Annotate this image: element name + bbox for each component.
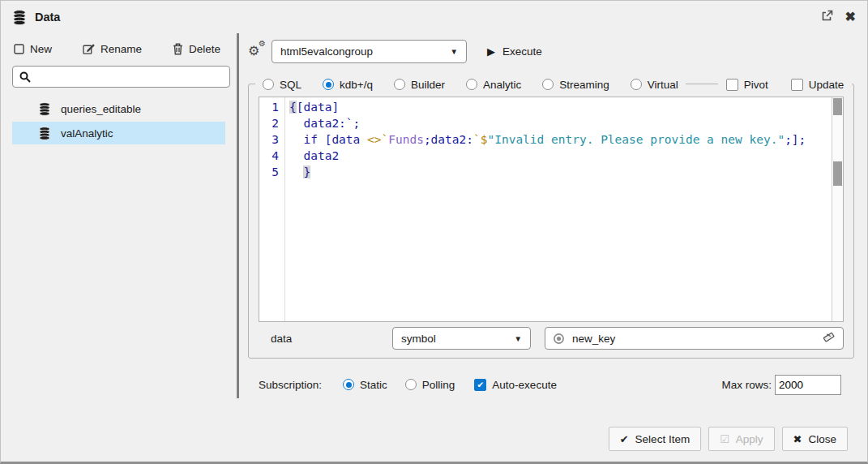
check-icon: ✔ (620, 434, 629, 445)
subscription-radio-Static[interactable]: Static (343, 379, 387, 391)
query-fieldset: SQL kdb+/q Builder Analytic Streaming Vi… (248, 84, 854, 359)
titlebar: Data ✖ (1, 1, 867, 33)
execute-button[interactable]: ▶ Execute (487, 45, 542, 58)
mode-radio-Streaming[interactable]: Streaming (542, 79, 609, 91)
flag-checkbox-Update[interactable]: Update (791, 79, 844, 91)
sidebar: New Rename Delete (1, 33, 237, 451)
line-number-gutter: 12345 (259, 97, 285, 321)
checkbox-check-icon: ☑ (720, 434, 729, 445)
search-input[interactable] (36, 70, 223, 84)
line-number: 2 (259, 115, 279, 131)
max-rows-input[interactable] (775, 375, 841, 395)
param-value-text: new_key (572, 333, 615, 345)
mode-radio-Virtual[interactable]: Virtual (631, 79, 678, 91)
code-area[interactable]: {[data] data2:`; if [data <>`Funds;data2… (285, 97, 832, 321)
popout-icon[interactable] (821, 10, 833, 24)
editor-scrollbar[interactable] (832, 97, 843, 321)
object-list: queries_editable valAnalytic (12, 97, 225, 144)
line-number: 5 (259, 164, 279, 180)
max-rows-label: Max rows: (721, 379, 772, 391)
new-button[interactable]: New (14, 43, 52, 55)
code-line: data2 (289, 148, 832, 164)
close-icon[interactable]: ✖ (845, 11, 856, 24)
database-icon (12, 10, 27, 25)
query-panel: ⚙ ⚙ html5evalcongroup ▼ ▶ Execute SQL kd… (239, 33, 867, 451)
edit-icon (83, 43, 95, 54)
new-icon (14, 44, 24, 54)
code-line: } (289, 164, 832, 180)
apply-button[interactable]: ☑ Apply (708, 427, 774, 451)
search-box[interactable] (12, 66, 230, 88)
subscription-label: Subscription: (259, 379, 322, 391)
param-value-input[interactable]: new_key (545, 327, 844, 350)
connection-select[interactable]: html5evalcongroup ▼ (272, 40, 467, 63)
auto-execute-checkbox[interactable]: ✔ Auto-execute (474, 379, 557, 391)
list-item-valAnalytic[interactable]: valAnalytic (12, 122, 225, 144)
database-icon (38, 102, 51, 116)
mode-radio-SQL[interactable]: SQL (263, 79, 301, 91)
scrollbar-marker[interactable] (833, 161, 842, 186)
rename-button[interactable]: Rename (83, 43, 142, 55)
list-item-label: valAnalytic (61, 127, 113, 140)
list-item-label: queries_editable (61, 103, 141, 115)
flag-checkbox-Pivot[interactable]: Pivot (726, 79, 768, 91)
settings-gears-icon[interactable]: ⚙ ⚙ (248, 41, 270, 61)
mode-radio-Builder[interactable]: Builder (394, 79, 445, 91)
line-number: 3 (259, 131, 279, 148)
chevron-down-icon: ▼ (451, 47, 458, 56)
search-icon (19, 71, 31, 83)
code-line: {[data] (289, 99, 832, 115)
close-button[interactable]: ✖ Close (782, 427, 848, 451)
line-number: 1 (259, 99, 279, 115)
code-line: data2:`; (289, 115, 832, 131)
line-number: 4 (259, 148, 279, 164)
trash-icon (173, 43, 183, 55)
mode-radio-kdb+/q[interactable]: kdb+/q (323, 79, 373, 91)
x-icon: ✖ (793, 434, 802, 445)
database-icon (38, 127, 51, 140)
list-item-queries_editable[interactable]: queries_editable (12, 97, 225, 120)
eye-icon (553, 333, 565, 345)
chevron-down-icon: ▼ (515, 334, 522, 343)
select-item-button[interactable]: ✔ Select Item (609, 427, 701, 451)
mode-group: SQL kdb+/q Builder Analytic Streaming Vi… (255, 75, 686, 93)
flag-group: Pivot Update (718, 75, 853, 93)
page-title: Data (35, 11, 60, 24)
play-icon: ▶ (487, 45, 495, 58)
delete-button[interactable]: Delete (173, 43, 220, 55)
subscription-radio-Polling[interactable]: Polling (405, 379, 455, 391)
param-type-select[interactable]: symbol ▼ (392, 327, 531, 350)
scrollbar-thumb[interactable] (833, 98, 842, 115)
code-line: if [data <>`Funds;data2:`$"Invalid entry… (289, 131, 832, 148)
param-name-label: data (259, 333, 392, 345)
subscription-options: Static Polling (343, 379, 455, 391)
code-editor[interactable]: 12345 {[data] data2:`; if [data <>`Funds… (259, 97, 844, 322)
eraser-icon[interactable] (822, 331, 836, 346)
mode-radio-Analytic[interactable]: Analytic (466, 79, 521, 91)
